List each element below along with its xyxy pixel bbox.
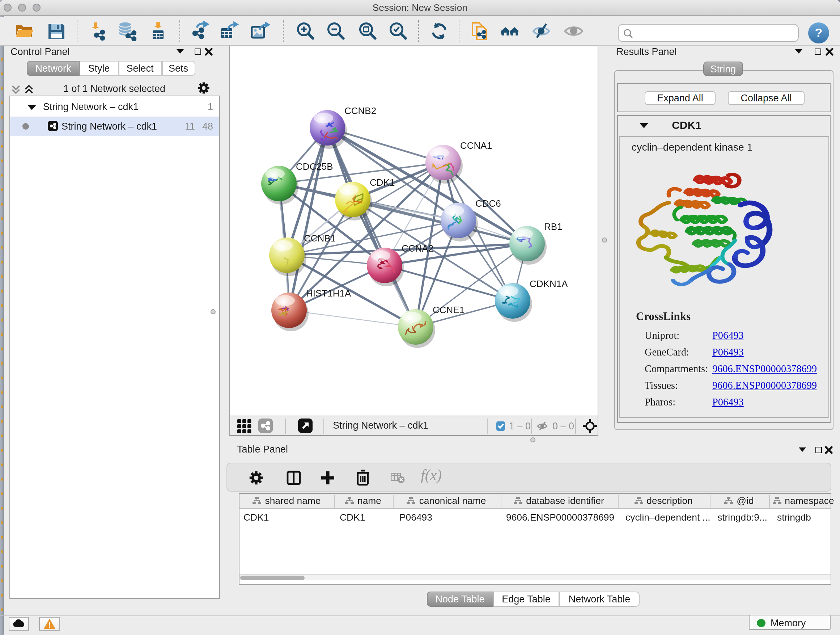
svg-text:CDK1: CDK1: [369, 177, 394, 187]
svg-text:CDC6: CDC6: [475, 198, 501, 209]
svg-text:CCNA2: CCNA2: [401, 242, 433, 253]
svg-text:CCNA1: CCNA1: [460, 140, 492, 150]
svg-text:CCNB2: CCNB2: [344, 105, 376, 116]
svg-text:CDC25B: CDC25B: [295, 161, 333, 172]
svg-text:CCNB1: CCNB1: [303, 233, 335, 243]
svg-text:RB1: RB1: [544, 221, 562, 232]
svg-text:CDKN1A: CDKN1A: [529, 278, 568, 289]
svg-text:CCNE1: CCNE1: [432, 304, 464, 315]
svg-text:HIST1H1A: HIST1H1A: [306, 287, 351, 298]
